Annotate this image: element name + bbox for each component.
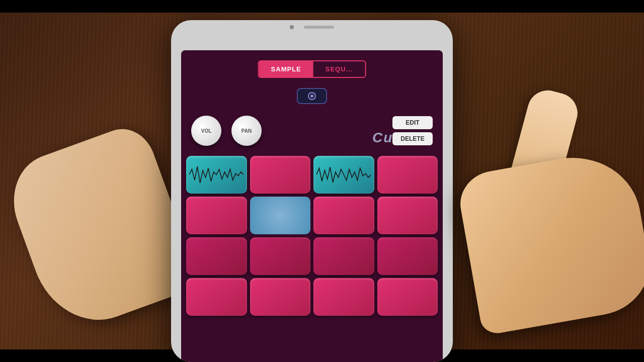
delete-button[interactable]: DELETE	[392, 132, 433, 145]
pad-3[interactable]	[313, 156, 374, 194]
right-hand	[453, 0, 644, 261]
pad-10[interactable]	[250, 237, 311, 275]
pad-5[interactable]	[186, 197, 247, 234]
phone-screen: SAMPLE SEQU... CuI VOL PAN EDI	[181, 50, 443, 362]
pad-4[interactable]	[377, 156, 438, 194]
tab-bar: SAMPLE SEQU...	[258, 60, 366, 78]
pad-9[interactable]	[186, 237, 247, 275]
phone: SAMPLE SEQU... CuI VOL PAN EDI	[171, 20, 453, 362]
tab-sequencer[interactable]: SEQU...	[313, 61, 365, 77]
vol-knob-container: VOL	[191, 116, 221, 146]
controls-row: VOL PAN EDIT DELETE	[191, 116, 433, 146]
center-btn-icon	[308, 92, 316, 100]
pan-knob-container: PAN	[231, 116, 262, 146]
scene: SAMPLE SEQU... CuI VOL PAN EDI	[0, 0, 644, 362]
pad-12[interactable]	[377, 237, 438, 275]
waveform-1	[186, 156, 247, 194]
pad-15[interactable]	[313, 278, 374, 316]
center-button[interactable]	[297, 88, 327, 104]
pad-8[interactable]	[377, 197, 438, 234]
pad-7[interactable]	[313, 197, 374, 234]
notch-dot-1	[290, 25, 294, 29]
vol-knob[interactable]: VOL	[191, 116, 221, 146]
pad-1[interactable]	[186, 156, 247, 194]
pad-6[interactable]	[250, 197, 311, 234]
edit-button[interactable]: EDIT	[392, 116, 433, 129]
pad-16[interactable]	[377, 278, 438, 316]
palm-right	[455, 147, 644, 336]
tab-sample[interactable]: SAMPLE	[259, 61, 313, 77]
pad-13[interactable]	[186, 278, 247, 316]
pad-14[interactable]	[250, 278, 311, 316]
phone-notch	[290, 25, 334, 29]
waveform-3	[313, 156, 374, 194]
notch-bar	[304, 26, 334, 29]
pan-knob[interactable]: PAN	[231, 116, 262, 146]
side-buttons: EDIT DELETE	[392, 116, 433, 145]
pad-2[interactable]	[250, 156, 311, 194]
pad-11[interactable]	[313, 237, 374, 275]
pad-grid	[186, 156, 438, 316]
center-button-area	[297, 88, 327, 104]
